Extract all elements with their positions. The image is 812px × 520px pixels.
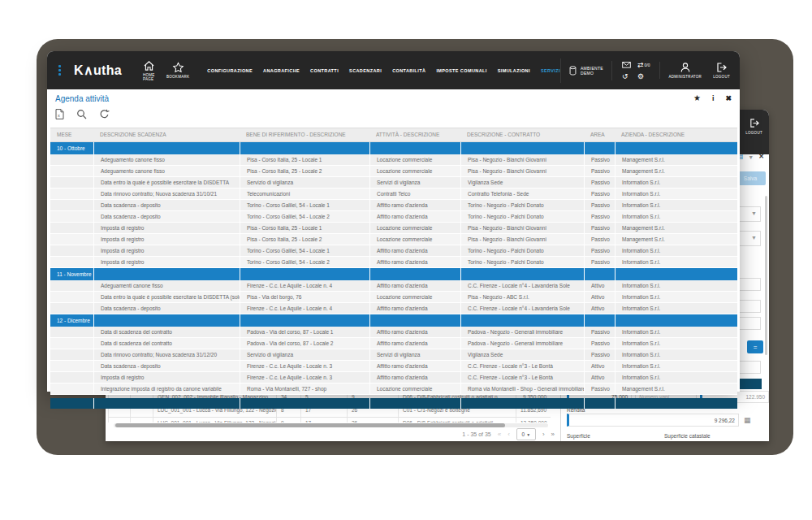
chevron-down-icon[interactable]: ▼ [748,154,754,160]
cell [50,372,93,383]
month-group-row[interactable]: 11 - Novembre [50,268,737,280]
sync-status[interactable]: ⇄ 0/0 [637,61,650,69]
mail-icon[interactable] [622,62,631,68]
immobile-row[interactable]: LUC_001_001 - Lucca - Via Fillungo, 122 … [108,418,551,422]
cell [50,257,93,267]
cell: Imposta di registro [93,223,240,233]
agenda-row[interactable]: Data entro la quale è possibile esercita… [50,292,737,303]
administrator-button[interactable]: ADMINISTRATOR [659,62,710,79]
agenda-row[interactable]: Data di scadenza del contrattoPadova - V… [50,338,737,349]
cell [50,327,93,337]
cell [93,268,240,280]
agenda-row[interactable]: Data scadenza - depositoTorino - Corso G… [50,211,737,223]
background-toolbar: ▤ ▼ ✕ [737,154,764,160]
month-group-row[interactable]: 10 - Ottobre [50,142,737,154]
cell [50,154,93,165]
month-group-row[interactable]: 12 - Dicembre [50,314,737,327]
cell [50,245,93,256]
cell [130,418,153,422]
agenda-row[interactable]: Imposta di registroPisa - Corso Italia, … [50,223,737,234]
bookmark-button[interactable]: BOOKMARK [166,62,189,79]
user-icon [680,62,691,73]
close-icon[interactable]: ✕ [758,154,764,160]
agenda-row[interactable]: Data rinnovo contratto; Nuova scadenza 3… [50,188,737,200]
nav-item-configurazione[interactable]: CONFIGURAZIONE [207,68,253,73]
favorite-star-icon[interactable]: ★ [693,93,701,102]
agenda-row[interactable]: Imposta di registroTorino - Corso Galile… [50,257,737,268]
cell: D06 - D/8-Fabbricati costruiti o adattat… [398,418,516,422]
sync-icon: ⇄ [637,61,644,69]
export-xls-icon[interactable]: x [55,109,64,119]
cell: Attivo [584,292,615,302]
column-header: AREA [584,128,615,141]
logout-button-back[interactable]: LOGOUT [745,118,762,135]
row-selector[interactable] [108,418,130,422]
search-icon[interactable] [76,109,87,119]
scrollbar-thumb[interactable] [115,423,505,427]
cell: Data di scadenza del contratto [93,327,240,337]
cell: Management S.r.l. [615,384,737,394]
calculator-icon[interactable]: ▦ [744,416,751,424]
agenda-row[interactable]: Imposta di registroFirenze - C.c. Le Aqu… [50,372,737,384]
cell: Management S.r.l. [615,166,737,176]
agenda-row[interactable]: Integrazione imposta di registro da cano… [50,384,737,395]
agenda-row[interactable]: Data rinnovo contratto; Nuova scadenza 3… [50,349,737,361]
last-page-icon[interactable]: » [551,431,555,438]
agenda-row[interactable]: Data scadenza - depositoTorino - Corso G… [50,200,737,211]
column-header: AZIENDA - DESCRIZIONE [615,128,737,141]
agenda-row[interactable]: Imposta di registroTorino - Corso Galile… [50,245,737,257]
close-icon[interactable]: ✖ [725,94,732,102]
cell: Affitto ramo d'azienda [369,257,460,267]
background-action-button[interactable]: = [747,340,763,353]
horizontal-scrollbar[interactable] [114,423,548,427]
first-page-icon[interactable]: « [498,431,501,438]
refresh-icon[interactable] [99,109,110,119]
table-footer-row[interactable] [50,398,737,409]
nav-item-contabilità[interactable]: CONTABILITÀ [392,68,425,73]
agenda-row[interactable]: Imposta di registroPisa - Corso Italia, … [50,234,737,245]
agenda-row[interactable]: Adeguamenti canone fissoFirenze - C.c. L… [50,280,737,292]
cell: Vigilanza Sede [460,177,584,188]
cell: Pisa - Negozio - Bianchi Giovanni [460,166,584,176]
agenda-row[interactable]: Adeguamento canone fissoPisa - Corso Ita… [50,154,737,166]
cell: Information S.r.l. [615,327,737,337]
nav-item-servizi[interactable]: SERVIZI [541,68,560,73]
nav-item-scadenzari[interactable]: SCADENZARI [349,68,382,73]
nav-item-imposte-comunali[interactable]: IMPOSTE COMUNALI [436,68,486,73]
cell: 12.350,000 [516,418,551,422]
agenda-row[interactable]: Data scadenza - depositoFirenze - C.c. L… [50,361,737,372]
agenda-row[interactable]: Data di scadenza del contrattoPadova - V… [50,327,737,338]
prev-page-icon[interactable]: ‹ [508,431,510,438]
rendita-input[interactable]: 9 296,22 [567,414,739,427]
chevron-down-icon: ▼ [526,432,530,437]
cell: Padova - Via del corso, 87 - Locale 1 [240,327,369,337]
cell [240,314,369,327]
cell: Roma via Montanelli - Shop - Generali im… [460,384,584,394]
cell: Locazione commerciale [369,154,460,165]
nav-item-anagrafiche[interactable]: ANAGRAFICHE [263,68,300,73]
info-icon[interactable]: i [712,94,715,102]
next-page-icon[interactable]: › [542,431,545,438]
home-page-button[interactable]: HOME PAGE [143,60,155,81]
gear-icon[interactable]: ⚙ [637,72,650,80]
nav-item-simulazioni[interactable]: SIMULAZIONI [498,68,530,73]
agenda-row[interactable]: Data scadenza - depositoFirenze - C.c. L… [50,303,737,314]
cell [460,398,584,409]
cell: Passivo [584,349,615,360]
cell: Data scadenza - deposito [93,361,240,371]
agenda-row[interactable]: Data entro la quale è possibile esercita… [50,177,737,188]
main-nav: CONFIGURAZIONEANAGRAFICHECONTRATTISCADEN… [207,68,560,73]
vertical-scrollbar[interactable] [765,196,767,355]
cell: Torino - Corso Galilei, 54 - Locale 1 [240,200,369,210]
cell: Pisa - Corso Italia, 25 - Locale 2 [240,234,369,245]
cell: Servizi di vigilanza [369,177,460,188]
hamburger-menu-icon[interactable] [58,65,61,76]
page-select[interactable]: 0 ▼ [516,428,536,440]
agenda-row[interactable]: Adeguamento canone fissoPisa - Corso Ita… [50,166,737,177]
cell: Imposta di registro [93,257,240,267]
cell: Imposta di registro [93,245,240,256]
main-window: K∧utha HOME PAGE BOOKMARK CONFIGURAZIONE… [47,51,740,392]
logout-button[interactable]: LOGOUT [710,62,740,79]
nav-item-contratti[interactable]: CONTRATTI [310,68,339,73]
history-icon[interactable]: ↺ [622,72,631,80]
